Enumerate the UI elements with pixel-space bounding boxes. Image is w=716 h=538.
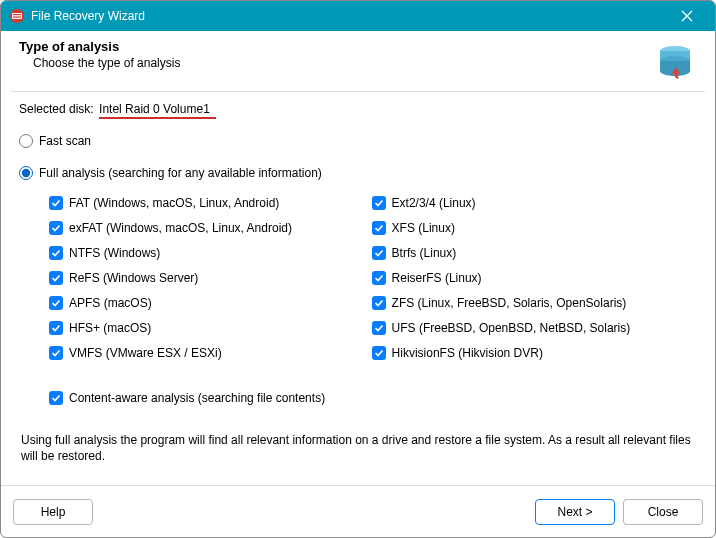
page-subtitle: Choose the type of analysis bbox=[19, 56, 653, 70]
content-aware-checkbox[interactable]: Content-aware analysis (searching file c… bbox=[49, 385, 697, 410]
filesystem-label: XFS (Linux) bbox=[392, 221, 455, 235]
filesystem-checkbox[interactable]: ZFS (Linux, FreeBSD, Solaris, OpenSolari… bbox=[372, 290, 697, 315]
analysis-description: Using full analysis the program will fin… bbox=[19, 432, 697, 464]
full-analysis-label: Full analysis (searching for any availab… bbox=[39, 166, 322, 180]
checkbox-icon bbox=[49, 246, 63, 260]
filesystem-label: HFS+ (macOS) bbox=[69, 321, 151, 335]
full-analysis-radio-input[interactable] bbox=[19, 166, 33, 180]
wizard-icon bbox=[653, 39, 697, 83]
checkbox-icon bbox=[49, 391, 63, 405]
filesystem-label: ReFS (Windows Server) bbox=[69, 271, 198, 285]
checkbox-icon bbox=[372, 271, 386, 285]
checkbox-icon bbox=[372, 221, 386, 235]
titlebar: File Recovery Wizard bbox=[1, 1, 715, 31]
filesystem-checkbox[interactable]: NTFS (Windows) bbox=[49, 240, 372, 265]
window-close-button[interactable] bbox=[667, 1, 707, 31]
filesystem-label: NTFS (Windows) bbox=[69, 246, 160, 260]
filesystem-checkbox[interactable]: FAT (Windows, macOS, Linux, Android) bbox=[49, 190, 372, 215]
filesystem-label: Ext2/3/4 (Linux) bbox=[392, 196, 476, 210]
filesystem-label: Btrfs (Linux) bbox=[392, 246, 457, 260]
full-analysis-radio[interactable]: Full analysis (searching for any availab… bbox=[19, 166, 697, 180]
checkbox-icon bbox=[49, 321, 63, 335]
checkbox-icon bbox=[49, 221, 63, 235]
selected-disk-value: Intel Raid 0 Volume1 bbox=[99, 102, 210, 118]
checkbox-icon bbox=[49, 271, 63, 285]
footer: Help Next > Close bbox=[1, 485, 715, 537]
fast-scan-radio[interactable]: Fast scan bbox=[19, 134, 697, 148]
filesystem-label: VMFS (VMware ESX / ESXi) bbox=[69, 346, 222, 360]
close-button[interactable]: Close bbox=[623, 499, 703, 525]
filesystem-checkbox[interactable]: UFS (FreeBSD, OpenBSD, NetBSD, Solaris) bbox=[372, 315, 697, 340]
next-button[interactable]: Next > bbox=[535, 499, 615, 525]
checkbox-icon bbox=[372, 346, 386, 360]
filesystem-label: exFAT (Windows, macOS, Linux, Android) bbox=[69, 221, 292, 235]
filesystem-label: ZFS (Linux, FreeBSD, Solaris, OpenSolari… bbox=[392, 296, 627, 310]
wizard-header: Type of analysis Choose the type of anal… bbox=[1, 31, 715, 89]
svg-rect-3 bbox=[13, 17, 21, 18]
filesystem-checkbox[interactable]: XFS (Linux) bbox=[372, 215, 697, 240]
filesystem-label: ReiserFS (Linux) bbox=[392, 271, 482, 285]
header-divider bbox=[11, 91, 705, 92]
filesystem-checkbox[interactable]: APFS (macOS) bbox=[49, 290, 372, 315]
help-button[interactable]: Help bbox=[13, 499, 93, 525]
selected-disk-row: Selected disk: Intel Raid 0 Volume1 bbox=[19, 102, 697, 118]
filesystem-label: FAT (Windows, macOS, Linux, Android) bbox=[69, 196, 279, 210]
checkbox-icon bbox=[372, 321, 386, 335]
close-icon bbox=[681, 10, 693, 22]
filesystem-column-right: Ext2/3/4 (Linux)XFS (Linux)Btrfs (Linux)… bbox=[372, 190, 697, 365]
filesystem-checkbox[interactable]: ReiserFS (Linux) bbox=[372, 265, 697, 290]
fast-scan-radio-input[interactable] bbox=[19, 134, 33, 148]
checkbox-icon bbox=[49, 296, 63, 310]
filesystem-label: UFS (FreeBSD, OpenBSD, NetBSD, Solaris) bbox=[392, 321, 631, 335]
page-title: Type of analysis bbox=[19, 39, 653, 54]
filesystem-checkbox[interactable]: exFAT (Windows, macOS, Linux, Android) bbox=[49, 215, 372, 240]
svg-rect-1 bbox=[12, 13, 22, 19]
checkbox-icon bbox=[372, 196, 386, 210]
content-aware-label: Content-aware analysis (searching file c… bbox=[69, 391, 325, 405]
filesystem-checkbox[interactable]: Ext2/3/4 (Linux) bbox=[372, 190, 697, 215]
filesystem-checkbox[interactable]: HikvisionFS (Hikvision DVR) bbox=[372, 340, 697, 365]
fast-scan-label: Fast scan bbox=[39, 134, 91, 148]
checkbox-icon bbox=[49, 196, 63, 210]
filesystem-label: HikvisionFS (Hikvision DVR) bbox=[392, 346, 543, 360]
app-icon bbox=[9, 8, 25, 24]
checkbox-icon bbox=[49, 346, 63, 360]
filesystem-checkbox[interactable]: VMFS (VMware ESX / ESXi) bbox=[49, 340, 372, 365]
checkbox-icon bbox=[372, 296, 386, 310]
selected-disk-label: Selected disk: bbox=[19, 102, 94, 116]
filesystem-checkbox[interactable]: ReFS (Windows Server) bbox=[49, 265, 372, 290]
checkbox-icon bbox=[372, 246, 386, 260]
filesystem-column-left: FAT (Windows, macOS, Linux, Android)exFA… bbox=[19, 190, 372, 365]
filesystem-checkbox[interactable]: HFS+ (macOS) bbox=[49, 315, 372, 340]
window-title: File Recovery Wizard bbox=[31, 9, 667, 23]
filesystem-label: APFS (macOS) bbox=[69, 296, 152, 310]
svg-rect-2 bbox=[13, 14, 21, 15]
filesystem-checkbox[interactable]: Btrfs (Linux) bbox=[372, 240, 697, 265]
